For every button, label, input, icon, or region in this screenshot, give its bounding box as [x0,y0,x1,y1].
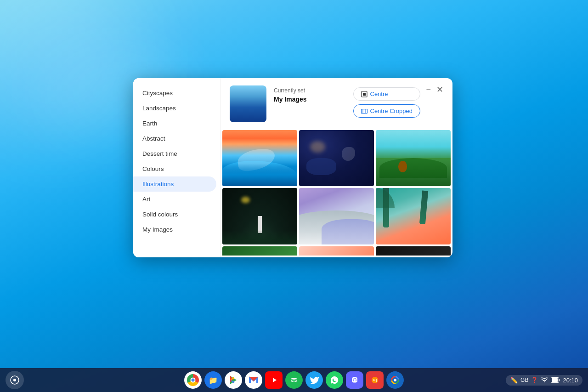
wallpaper-grid-row3 [220,246,452,257]
taskbar-chrome[interactable] [184,371,202,389]
wallpaper-partial-3[interactable] [376,246,451,256]
wallpaper-partial-1[interactable] [222,246,297,256]
clock: 20:10 [563,377,578,384]
system-tray[interactable]: ✏️ GB ❓ 20:10 [506,375,582,386]
battery-icon [551,377,560,383]
category-sidebar: Cityscapes Landscapes Earth Abstract Des… [133,78,220,257]
gmail-icon [249,376,259,384]
taskbar-apps: 📁 [184,371,404,389]
svg-point-10 [394,379,396,381]
launcher-icon [10,375,20,385]
sidebar-item-art[interactable]: Art [133,192,216,207]
taskbar-spotify[interactable] [285,371,303,389]
currently-set-label: Currently set [274,87,307,94]
wallpaper-thumb-5[interactable] [299,188,374,244]
centre-button[interactable]: Centre [353,87,421,101]
carrier-label: GB [520,377,528,383]
taskbar-whatsapp[interactable] [326,371,343,389]
question-icon: ❓ [531,377,538,383]
wallpaper-grid [220,128,452,246]
svg-rect-12 [552,378,558,382]
wallpaper-thumb-6[interactable] [376,188,451,244]
currently-set-name: My Images [274,96,307,103]
edit-icon: ✏️ [510,377,518,384]
twitter-icon [310,376,319,384]
svg-marker-8 [273,378,277,382]
wallpaper-thumb-3[interactable] [376,130,451,186]
app9-icon [370,375,380,385]
wallpaper-thumb-2[interactable] [299,130,374,186]
mastodon-icon [350,375,360,385]
wallpaper-dialog: Cityscapes Landscapes Earth Abstract Des… [133,78,452,257]
current-wallpaper-area: Currently set My Images [230,85,307,122]
whatsapp-icon [329,375,339,385]
centre-cropped-icon [361,108,368,114]
svg-point-6 [13,379,16,381]
launcher-button[interactable] [6,371,24,389]
dialog-header: Currently set My Images Centre [220,78,452,128]
wifi-icon [541,377,548,383]
taskbar-youtube[interactable] [265,371,283,389]
sidebar-item-dessert-time[interactable]: Dessert time [133,146,216,161]
sidebar-item-solid-colours[interactable]: Solid colours [133,207,216,222]
svg-rect-2 [361,109,367,113]
taskbar-play[interactable] [225,371,242,389]
taskbar-mastodon[interactable] [346,371,363,389]
taskbar-twitter[interactable] [305,371,323,389]
sidebar-item-illustrations[interactable]: Illustrations [133,176,216,192]
svg-rect-1 [363,93,366,96]
sidebar-item-earth[interactable]: Earth [133,116,216,131]
spotify-icon [289,375,299,385]
centre-cropped-button[interactable]: Centre Cropped [353,104,421,118]
sidebar-item-cityscapes[interactable]: Cityscapes [133,85,216,101]
position-controls: Centre Centre Cropped [353,87,421,118]
photos-icon [390,375,400,385]
sidebar-item-abstract[interactable]: Abstract [133,131,216,146]
sidebar-item-colours[interactable]: Colours [133,161,216,176]
window-controls: − ✕ [424,84,445,96]
centre-icon [361,91,368,97]
sidebar-item-my-images[interactable]: My Images [133,222,216,237]
dialog-main-area: − ✕ Currently set My Images Centre [220,78,452,257]
current-wallpaper-info: Currently set My Images [274,85,307,103]
wallpaper-thumb-1[interactable] [222,130,297,186]
current-wallpaper-thumbnail [230,85,266,122]
taskbar: 📁 [0,368,588,392]
taskbar-gmail[interactable] [245,371,262,389]
close-button[interactable]: ✕ [435,84,445,96]
wallpaper-thumb-4[interactable] [222,188,297,244]
sidebar-item-landscapes[interactable]: Landscapes [133,101,216,116]
play-store-icon [228,375,238,385]
minimize-button[interactable]: − [424,84,433,96]
taskbar-photos[interactable] [386,371,404,389]
wallpaper-partial-2[interactable] [299,246,374,256]
youtube-icon [270,377,278,383]
taskbar-app9[interactable] [366,371,384,389]
taskbar-files[interactable]: 📁 [204,371,222,389]
